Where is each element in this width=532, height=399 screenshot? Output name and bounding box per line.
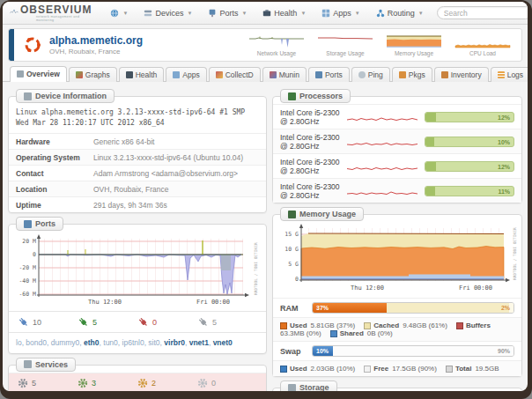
tab-logs[interactable]: Logs [491,67,528,82]
wave-logo-icon [10,7,18,16]
services-title: Services [35,360,68,369]
tab-pkgs[interactable]: Pkgs [392,67,432,82]
menu-health-label: Health [274,9,297,18]
observium-logo[interactable]: OBSERVIUM network management and monitor… [10,4,92,22]
storage-panel: Storage / 88% [272,388,522,391]
chevron-down-icon: ▼ [241,11,247,16]
minigraph-memory[interactable]: Memory Usage [386,34,442,56]
minigraph-network[interactable]: Network Usage [248,34,305,56]
processors-header[interactable]: Processors [280,89,351,103]
minigraph-storage[interactable]: Storage Usage [317,34,373,56]
health-tab-icon [126,71,133,78]
minigraph-cpu-label: CPU Load [469,50,496,56]
ram-used-swatch [280,322,287,329]
info-value: 291 days, 9h 34m 36s [93,201,167,210]
memory-usage-graph[interactable]: 15 G10 G 5 G0 Thu 12:00Fri 00:00 RRDTOOL… [277,224,520,294]
processors-title: Processors [299,92,343,100]
svg-text:0: 0 [33,251,36,258]
tab-overview[interactable]: Overview [10,66,67,82]
menu-routing[interactable]: Routing ▼ [370,5,430,21]
menu-devices-label: Devices [155,9,183,18]
service-count-down: 0 [197,378,257,388]
tab-munin[interactable]: Munin [262,67,307,82]
menu-routing-label: Routing [388,9,415,18]
port-link-tun0[interactable]: tun0 [103,338,122,347]
ports-ytick: 20 M [22,238,36,245]
device-hostname-link[interactable]: alpha.memetic.org [49,34,143,47]
tab-apps[interactable]: Apps [166,67,206,82]
cpu-sparkline-graph[interactable] [345,112,419,122]
svg-text:Fri 00:00: Fri 00:00 [196,299,230,306]
ram-free-percent: 2% [501,303,510,314]
cpu-name: Intel Core i5-2300 @ 2.80GHz [280,133,340,151]
port-link-vnet1[interactable]: vnet1 [189,338,213,347]
sysdescr-text: Linux alpha.memetic.org 3.2.13-xxxx-std-… [9,104,266,133]
menu-ports[interactable]: Ports ▼ [202,5,253,21]
tab-graphs[interactable]: Graphs [69,67,117,82]
tab-pkgs-label: Pkgs [409,70,425,79]
device-information-header[interactable]: Device Information [16,89,115,103]
logo-text: OBSERVIUM [20,4,92,16]
services-header[interactable]: Services [16,358,76,372]
minigraph-cpu[interactable]: CPU Load [454,34,511,56]
port-link-ip6tnl0[interactable]: ip6tnl0 [122,338,149,347]
port-link-dummy0[interactable]: dummy0 [51,338,84,347]
ports-header[interactable]: Ports [16,217,63,231]
info-label: Uptime [16,201,93,210]
ports-traffic-graph[interactable]: 20 M 0 -20 M -40 M -60 M Thu 12:00 Fri 0… [12,233,261,307]
legend-label: Total [455,365,472,373]
tab-ping[interactable]: Ping [351,67,390,82]
port-link-bond0[interactable]: bond0 [26,338,50,347]
storage-header[interactable]: Storage [280,381,337,391]
chevron-down-icon: ▼ [122,11,128,16]
overview-icon [17,70,24,78]
port-count-disabled-value: 5 [212,318,217,327]
cpu-name: Intel Core i5-2300 @ 2.80GHz [280,108,340,126]
cpu-sparkline-graph[interactable] [345,137,419,147]
legend-label: Shared [340,329,364,337]
port-link-virbr0[interactable]: virbr0 [164,338,188,347]
processors-panel: Processors Intel Core i5-2300 @ 2.80GHz … [272,96,522,203]
swap-free-swatch [364,366,371,373]
tab-inventory[interactable]: Inventory [434,67,489,82]
legend-value: 5.81GB (37%) [311,321,356,329]
chevron-down-icon: ▼ [418,11,424,16]
cpu-row-1: Intel Core i5-2300 @ 2.80GHz 12% [273,104,521,129]
cpu-usage-bar: 11% [425,186,514,196]
port-counts-row: 10 5 0 5 [9,311,266,332]
port-link-sit0[interactable]: sit0 [148,338,164,347]
swap-used-swatch [280,366,287,373]
legend-value: 19.5GB [475,365,499,373]
port-link-eth0[interactable]: eth0 [84,338,103,347]
gear-up-icon [78,378,88,388]
port-link-vnet0[interactable]: vnet0 [213,338,233,347]
tab-collectd[interactable]: CollectD [209,67,261,82]
tab-logs-label: Logs [507,70,523,79]
cpu-sparkline-graph[interactable] [345,186,419,196]
cpu-sparkline-graph[interactable] [345,161,419,172]
globe-menu[interactable]: ▼ [104,5,134,21]
storage-usage-minigraph [317,34,373,49]
info-row-contact: ContactAdam Armstrong <adama@observium.o… [9,165,266,181]
service-count-down-value: 0 [211,379,216,388]
menu-apps-label: Apps [333,9,351,18]
tab-ports[interactable]: Ports [308,67,350,82]
svg-text:-40 M: -40 M [18,277,36,284]
info-label: Operating System [16,153,93,162]
svg-text:0: 0 [295,276,299,283]
menu-health[interactable]: Health ▼ [256,5,312,21]
port-link-lo[interactable]: lo [16,338,26,347]
legend-label: Cached [373,321,399,329]
tab-ping-label: Ping [368,70,383,79]
menu-apps[interactable]: Apps ▼ [315,5,366,21]
tab-inventory-label: Inventory [451,70,482,79]
tab-health[interactable]: Health [119,67,165,82]
munin-icon [270,71,277,78]
chevron-down-icon: ▼ [187,11,192,16]
search-input[interactable] [437,6,528,19]
ram-shared-swatch [330,330,337,337]
gear-warn-icon [137,378,148,388]
memory-usage-header[interactable]: Memory Usage [280,207,364,221]
info-label: Hardware [16,137,93,146]
menu-devices[interactable]: Devices ▼ [137,5,198,21]
